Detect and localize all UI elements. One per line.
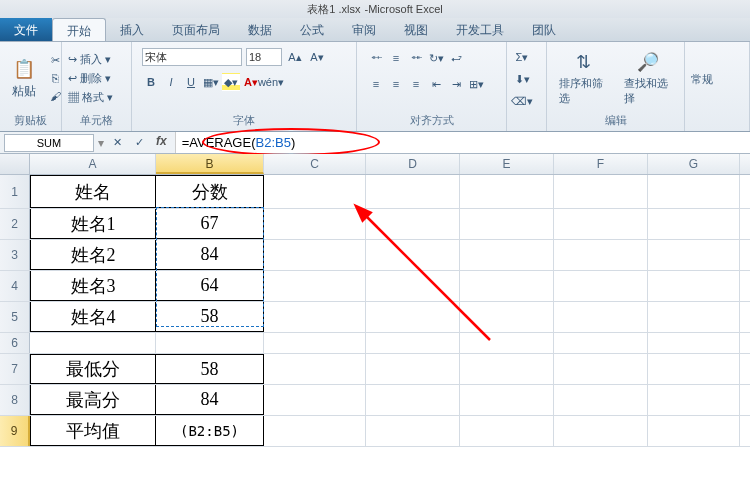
tab-home[interactable]: 开始 [52,18,106,41]
increase-font-button[interactable]: A▴ [286,48,304,66]
align-left-button[interactable]: ≡ [367,75,385,93]
cell-D5[interactable] [366,302,460,332]
row-header-8[interactable]: 8 [0,385,30,415]
cell-G9[interactable] [648,416,740,446]
cell-A2[interactable]: 姓名1 [30,209,156,239]
cell-B1[interactable]: 分数 [156,175,264,208]
tab-developer[interactable]: 开发工具 [442,18,518,41]
cell-C3[interactable] [264,240,366,270]
select-all-corner[interactable] [0,154,30,174]
col-header-F[interactable]: F [554,154,648,174]
cell-G6[interactable] [648,333,740,353]
cell-B9[interactable]: (B2:B5) [156,416,264,446]
cell-C1[interactable] [264,175,366,208]
cell-A1[interactable]: 姓名 [30,175,156,208]
insert-function-button[interactable]: fx [152,134,171,152]
cell-F3[interactable] [554,240,648,270]
cell-C6[interactable] [264,333,366,353]
cell-E1[interactable] [460,175,554,208]
cell-B8[interactable]: 84 [156,385,264,415]
cell-F2[interactable] [554,209,648,239]
cell-F1[interactable] [554,175,648,208]
tab-data[interactable]: 数据 [234,18,286,41]
cell-A8[interactable]: 最高分 [30,385,156,415]
cell-E2[interactable] [460,209,554,239]
row-header-6[interactable]: 6 [0,333,30,353]
cell-G1[interactable] [648,175,740,208]
cell-F8[interactable] [554,385,648,415]
cell-E4[interactable] [460,271,554,301]
cell-A3[interactable]: 姓名2 [30,240,156,270]
cell-B4[interactable]: 64 [156,271,264,301]
name-box[interactable] [4,134,94,152]
tab-review[interactable]: 审阅 [338,18,390,41]
cell-D1[interactable] [366,175,460,208]
cell-D7[interactable] [366,354,460,384]
row-header-5[interactable]: 5 [0,302,30,332]
cell-C8[interactable] [264,385,366,415]
wrap-text-button[interactable]: ⮐ [447,49,465,67]
tab-page-layout[interactable]: 页面布局 [158,18,234,41]
fill-color-button[interactable]: ◆▾ [222,73,240,91]
cell-G2[interactable] [648,209,740,239]
delete-cells-button[interactable]: ↩ 删除 ▾ [68,71,113,86]
col-header-E[interactable]: E [460,154,554,174]
align-center-button[interactable]: ≡ [387,75,405,93]
cell-E9[interactable] [460,416,554,446]
cell-E7[interactable] [460,354,554,384]
increase-indent-button[interactable]: ⇥ [447,75,465,93]
font-name-select[interactable] [142,48,242,66]
cell-F5[interactable] [554,302,648,332]
cell-E5[interactable] [460,302,554,332]
align-right-button[interactable]: ≡ [407,75,425,93]
paste-button[interactable]: 📋 粘贴 [6,53,42,104]
cell-A5[interactable]: 姓名4 [30,302,156,332]
cell-E6[interactable] [460,333,554,353]
fill-button[interactable]: ⬇▾ [513,71,531,89]
italic-button[interactable]: I [162,73,180,91]
decrease-font-button[interactable]: A▾ [308,48,326,66]
cell-G7[interactable] [648,354,740,384]
cell-C9[interactable] [264,416,366,446]
cancel-formula-button[interactable]: ✕ [108,134,126,152]
cell-F4[interactable] [554,271,648,301]
enter-formula-button[interactable]: ✓ [130,134,148,152]
find-select-button[interactable]: 🔎 查找和选择 [618,46,679,110]
cell-G4[interactable] [648,271,740,301]
cell-B6[interactable] [156,333,264,353]
cell-A9[interactable]: 平均值 [30,416,156,446]
cell-D3[interactable] [366,240,460,270]
tab-formulas[interactable]: 公式 [286,18,338,41]
bold-button[interactable]: B [142,73,160,91]
cell-C2[interactable] [264,209,366,239]
row-header-9[interactable]: 9 [0,416,30,446]
decrease-indent-button[interactable]: ⇤ [427,75,445,93]
cell-E3[interactable] [460,240,554,270]
col-header-B[interactable]: B [156,154,264,174]
sort-filter-button[interactable]: ⇅ 排序和筛选 [553,46,614,110]
cell-D6[interactable] [366,333,460,353]
row-header-7[interactable]: 7 [0,354,30,384]
clear-button[interactable]: ⌫▾ [513,93,531,111]
font-size-select[interactable] [246,48,282,66]
cell-E8[interactable] [460,385,554,415]
align-top-button[interactable]: ⬴ [367,49,385,67]
cell-D2[interactable] [366,209,460,239]
merge-button[interactable]: ⊞▾ [467,75,485,93]
col-header-A[interactable]: A [30,154,156,174]
formula-input[interactable]: =AVERAGE(B2:B5) [175,132,750,153]
cell-G3[interactable] [648,240,740,270]
cell-B5[interactable]: 58 [156,302,264,332]
row-header-3[interactable]: 3 [0,240,30,270]
cell-F6[interactable] [554,333,648,353]
cell-G5[interactable] [648,302,740,332]
orientation-button[interactable]: ↻▾ [427,49,445,67]
cell-C5[interactable] [264,302,366,332]
col-header-C[interactable]: C [264,154,366,174]
cell-D4[interactable] [366,271,460,301]
align-bottom-button[interactable]: ⬵ [407,49,425,67]
col-header-G[interactable]: G [648,154,740,174]
cell-F9[interactable] [554,416,648,446]
border-button[interactable]: ▦▾ [202,73,220,91]
cell-C4[interactable] [264,271,366,301]
